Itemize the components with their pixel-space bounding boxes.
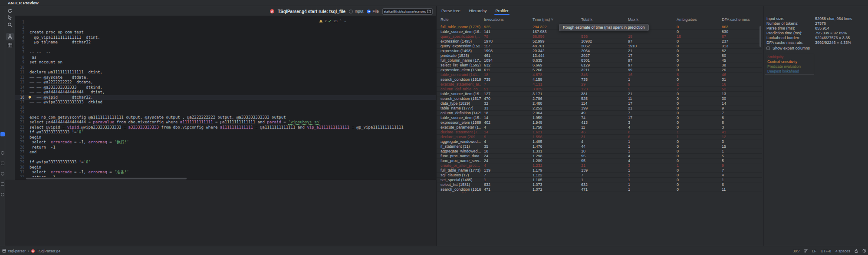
editor-line[interactable]: 31 select errorcode = -1, errormsg = '准备… <box>15 170 436 175</box>
editor-line[interactable]: 24begin <box>15 135 436 140</box>
editor-line[interactable]: 7-- -- -- <box>15 50 436 55</box>
table-row[interactable]: create_or_alter_proc...41.23221319 <box>437 163 762 168</box>
table-row[interactable]: query_specification (...7956.95653618188… <box>437 34 762 39</box>
show-expert-columns-label[interactable]: Show expert columns <box>773 46 810 50</box>
table-row[interactable]: search_condition (1517)4702.78652511030 <box>437 96 762 101</box>
table-row[interactable]: declare_statement (7...141.621468141 <box>437 130 762 135</box>
indent-setting[interactable]: 4 spaces <box>835 249 850 253</box>
editor-line[interactable]: 9set nocount on <box>15 60 436 65</box>
table-row[interactable]: sql_clauses (12)71.1227104 <box>437 173 762 178</box>
file-path-value[interactable]: ebelice/Github/tsql-parser/examples/big.… <box>384 10 426 13</box>
code-editor[interactable]: 123create proc up_com_test4 @p_vipa11111… <box>15 16 436 177</box>
table-row[interactable]: execute_parameter (1...41.75811403 <box>437 125 762 130</box>
inspections-widget[interactable]: 2 23 ⌃ ⌄ <box>319 18 347 23</box>
table-row[interactable]: expression_elem (1590)6115.266321199026 <box>437 68 762 73</box>
prev-chevron-icon[interactable]: ⌃ <box>339 19 342 23</box>
column-header[interactable]: Total k <box>581 17 592 22</box>
editor-line[interactable]: 25 select errorcode = -1, errormsg = '执行… <box>15 140 436 145</box>
grid-icon[interactable] <box>7 43 13 48</box>
encoding[interactable]: UTF-8 <box>821 249 831 253</box>
editor-line[interactable]: 6 <box>15 45 436 50</box>
table-row[interactable]: search_condition (1519)7354.1587351031 <box>437 77 762 82</box>
editor-line[interactable]: 27end <box>15 150 436 155</box>
table-row[interactable]: expression (1495)197852.99910982970237 <box>437 39 762 44</box>
table-row[interactable]: if_statement (31)351.476441015 <box>437 144 762 149</box>
column-header[interactable]: Invocations <box>484 17 504 22</box>
table-row[interactable]: table_constraint (141...184.87834616846 <box>437 73 762 77</box>
table-row[interactable]: expression_elem (1589)4021.948413308 <box>437 120 762 125</box>
editor-line[interactable]: 21select @a444444444444444 = paravalue f… <box>15 120 436 125</box>
stripe-icon-4[interactable] <box>1 182 4 186</box>
table-row[interactable]: table_source_item (15...141.959741708 <box>437 116 762 120</box>
table-row[interactable]: select_list_elem (1592)6326.669612997038 <box>437 63 762 68</box>
table-row[interactable]: execute_statement_ar...74.131299216 <box>437 82 762 87</box>
column-header[interactable]: Ambiguities <box>677 17 697 22</box>
table-row[interactable]: full_table_name (1773)1391.179139107 <box>437 168 762 173</box>
profiler-person-icon[interactable] <box>7 34 13 39</box>
editor-line[interactable]: 22select @vipid = vipid,@vipa33333333333… <box>15 125 436 130</box>
editor-line[interactable]: 5 @p_tblname dtchar32 <box>15 40 436 45</box>
table-row[interactable]: set_special (1485)11.1051101 <box>437 178 762 182</box>
table-row[interactable]: table_name (1777)332.2521992109 <box>437 106 762 111</box>
table-row[interactable]: aggregate_windowed...41.4954103 <box>437 139 762 144</box>
table-row[interactable]: full_column_name (17...10948.63583019704… <box>437 58 762 63</box>
notifications-icon[interactable] <box>862 249 866 253</box>
editor-line[interactable]: 15—— —— @a444444444444444 dtint, <box>15 90 436 95</box>
table-row[interactable]: expression (1498)199820.342206421082 <box>437 49 762 53</box>
column-header[interactable]: DFA cache miss <box>722 17 750 22</box>
column-header[interactable]: Time (ms) ˅ <box>533 17 553 22</box>
table-row[interactable]: predicate (1525)46113.444292717080 <box>437 53 762 58</box>
editor-line[interactable]: 17—— —— @vipa333333333333 dtkind <box>15 100 436 105</box>
search-icon[interactable] <box>7 22 13 27</box>
stripe-icon-5[interactable] <box>1 193 4 196</box>
table-row[interactable]: column_definition (1421)182.06449707 <box>437 111 762 116</box>
breadcrumb-file[interactable]: TSqlParser.g4 <box>37 249 60 253</box>
table-row[interactable]: data_type (1829)322.48811417014 <box>437 101 762 106</box>
file-radio[interactable] <box>367 10 371 13</box>
folder-icon[interactable] <box>427 10 431 13</box>
editor-line[interactable]: 2 <box>15 25 436 30</box>
editor-line[interactable]: 11declare @a1111111111111 dtint, <box>15 70 436 75</box>
table-row[interactable]: func_proc_name_serv...241.28995405 <box>437 159 762 163</box>
stripe-icon-1[interactable] <box>1 151 4 155</box>
caret-position[interactable]: 30:7 <box>792 249 800 253</box>
editor-line[interactable]: 4 @p_vipa1111111111111 dtint, <box>15 35 436 40</box>
breadcrumb-project[interactable]: tsql-parser <box>8 249 26 253</box>
input-radio-label[interactable]: Input <box>355 9 363 13</box>
table-row[interactable]: aggregate_windowed...181.33118101 <box>437 149 762 154</box>
next-chevron-icon[interactable]: ⌄ <box>344 19 347 23</box>
table-row[interactable]: column_def_table_co...513.8291235252 <box>437 87 762 92</box>
show-expert-columns-checkbox[interactable] <box>766 46 770 50</box>
input-radio[interactable] <box>349 10 353 13</box>
editor-line[interactable]: 30begin <box>15 165 436 170</box>
editor-line[interactable]: 13—— —— @a2222222222 dtdate, <box>15 80 436 85</box>
tab-profiler[interactable]: Profiler <box>494 7 509 15</box>
stripe-icon-3[interactable] <box>1 172 4 176</box>
file-radio-label[interactable]: File <box>372 9 379 13</box>
editor-line[interactable]: 12—— —— @sysdate dtdate, <box>15 75 436 80</box>
column-header[interactable]: Rule <box>441 17 449 22</box>
antlr-preview-stripe-icon[interactable] <box>0 132 5 136</box>
table-row[interactable]: select_list (1581)6321.073632106 <box>437 182 762 187</box>
table-vertical-scrollbar[interactable] <box>760 23 761 196</box>
tab-hierarchy[interactable]: Hierarchy <box>468 7 488 15</box>
table-row[interactable]: search_condition (1516)4711.0724711011 <box>437 187 762 192</box>
editor-line[interactable]: 1 <box>15 20 436 25</box>
editor-line[interactable]: 8 as <box>15 55 436 60</box>
scrollbar-thumb[interactable] <box>760 26 761 47</box>
editor-line[interactable]: 28 <box>15 155 436 160</box>
column-header[interactable]: Max k <box>628 17 638 22</box>
tab-parse-tree[interactable]: Parse tree <box>441 7 461 15</box>
editor-line[interactable]: 3create proc up_com_test <box>15 30 436 35</box>
editor-line[interactable]: 14—— —— @a333333333333 dtkind, <box>15 85 436 90</box>
lock-icon[interactable] <box>855 249 858 253</box>
window-icon[interactable] <box>2 249 6 253</box>
table-row[interactable]: query_expression (1527)11748.76120621910… <box>437 44 762 49</box>
table-row[interactable]: declare_cursor (209...91.556316112 <box>437 135 762 139</box>
editor-line[interactable]: 26 return -1 <box>15 145 436 150</box>
table-row[interactable]: search_condition (15...4711.0634711111 <box>437 192 762 193</box>
branch-icon[interactable] <box>804 249 808 253</box>
editor-line[interactable]: 29if @vipa333333333333 !='0' <box>15 160 436 165</box>
editor-line[interactable]: 20exec nb_com_getsysconfig @a11111111111… <box>15 115 436 120</box>
editor-line[interactable]: 19 <box>15 110 436 115</box>
